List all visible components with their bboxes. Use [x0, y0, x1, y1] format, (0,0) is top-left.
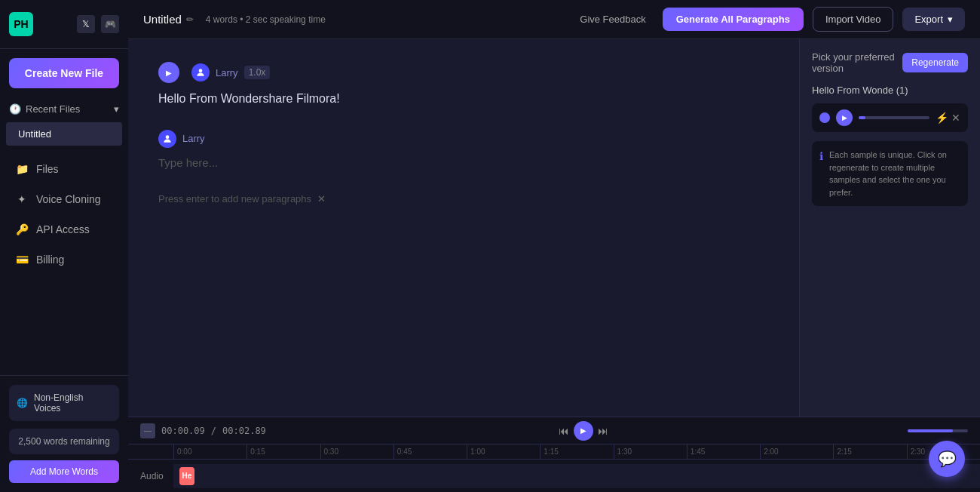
paragraph-meta-0: ▶ Larry 1.0x [158, 62, 769, 83]
audio-clip[interactable]: He [179, 467, 194, 485]
add-text-placeholder[interactable]: Type here... [158, 151, 769, 175]
sidebar-item-api-access[interactable]: 🔑 API Access [5, 215, 124, 244]
file-title-area: Untitled ✏ [143, 13, 194, 26]
export-button[interactable]: Export ▾ [902, 8, 965, 31]
ruler-mark: 2:00 [760, 444, 833, 460]
create-new-button[interactable]: Create New File [9, 58, 119, 88]
app-logo: PH [9, 12, 33, 36]
playback-nav-buttons: ⏮ ▶ ⏭ [559, 421, 608, 441]
paragraph-text-0[interactable]: Hello From Wondershare Filmora! [158, 86, 769, 112]
export-chevron-icon: ▾ [948, 14, 953, 25]
folder-icon: 📁 [15, 162, 29, 176]
volume-fill [908, 429, 953, 432]
version-label: Hello From Wonde (1) [812, 85, 968, 96]
radio-select[interactable] [819, 112, 830, 123]
key-icon: 🔑 [15, 223, 29, 236]
sidebar: PH 𝕏 🎮 Create New File 🕐 Recent Files ▾ … [0, 0, 128, 492]
chat-button[interactable]: 💬 [929, 441, 965, 477]
mini-progress-bar[interactable] [859, 116, 929, 119]
billing-label: Billing [36, 254, 64, 266]
sidebar-item-billing[interactable]: 💳 Billing [5, 245, 124, 274]
ruler-mark: 0:30 [320, 444, 394, 460]
discord-icon[interactable]: 🎮 [101, 15, 119, 33]
social-icons: 𝕏 🎮 [77, 15, 119, 33]
total-time: 00:02.89 [222, 426, 266, 436]
chevron-down-icon: ▾ [114, 103, 119, 115]
regen-panel-header: Pick your preferred version Regenerate [812, 51, 968, 74]
press-enter-text: Press enter to add new paragraphs [158, 193, 311, 204]
paragraph-block-0: ▶ Larry 1.0x Hello From Wondershare Film… [158, 62, 769, 112]
recent-file-item[interactable]: Untitled [6, 122, 122, 146]
close-version-icon[interactable]: ✕ [951, 112, 960, 124]
ruler-mark: 1:45 [687, 444, 760, 460]
generate-all-paragraphs-button[interactable]: Generate All Paragraphs [663, 8, 804, 31]
sidebar-bottom: 🌐 Non-English Voices 2,500 words remaini… [0, 375, 128, 492]
pick-version-label: Pick your preferred version [812, 51, 902, 74]
paragraph-meta-1: Larry [158, 130, 769, 148]
clock-icon: 🕐 [9, 103, 21, 115]
press-enter-hint: Press enter to add new paragraphs ✕ [158, 193, 769, 204]
non-english-label: Non-English Voices [34, 392, 112, 414]
edit-title-icon[interactable]: ✏ [186, 14, 194, 25]
editor-area: ▶ Larry 1.0x Hello From Wondershare Film… [128, 39, 980, 417]
regenerate-button[interactable]: Regenerate [902, 53, 968, 72]
ruler-mark: 1:00 [467, 444, 540, 460]
regenerate-panel: Pick your preferred version Regenerate H… [799, 39, 980, 417]
track-body[interactable]: He [173, 464, 980, 488]
volume-bar[interactable] [908, 429, 968, 432]
main-content: Untitled ✏ 4 words • 2 sec speaking time… [128, 0, 980, 492]
sidebar-item-files[interactable]: 📁 Files [5, 155, 124, 183]
logo-area: PH 𝕏 🎮 [0, 0, 128, 49]
skip-forward-button[interactable]: ⏭ [598, 421, 608, 441]
recent-files-label: Recent Files [26, 103, 80, 115]
topbar: Untitled ✏ 4 words • 2 sec speaking time… [128, 0, 980, 39]
ruler-mark: 0:45 [394, 444, 467, 460]
close-hint-icon[interactable]: ✕ [317, 193, 326, 204]
play-pause-button[interactable]: ▶ [574, 421, 593, 441]
current-time: 00:00.09 [161, 426, 205, 436]
mute-button[interactable]: — [140, 423, 155, 438]
voice-cloning-label: Voice Cloning [36, 193, 101, 205]
paragraph-block-1: Larry Type here... [158, 130, 769, 175]
non-english-icon: 🌐 [17, 398, 28, 408]
time-separator: / [211, 426, 216, 436]
timeline-ruler: 0:000:150:300:451:001:151:301:452:002:15… [128, 444, 980, 460]
sidebar-item-voice-cloning[interactable]: ✦ Voice Cloning [5, 185, 124, 214]
give-feedback-button[interactable]: Give Feedback [572, 9, 653, 29]
paragraph-play-button-0[interactable]: ▶ [158, 62, 179, 83]
voice-name-1[interactable]: Larry [182, 133, 205, 144]
voice-name-0[interactable]: Larry [216, 67, 238, 78]
twitter-icon[interactable]: 𝕏 [77, 15, 95, 33]
ruler-mark: 1:30 [614, 444, 687, 460]
track-label: Audio [128, 471, 173, 481]
add-more-words-button[interactable]: Add More Words [9, 460, 119, 483]
nav-items: 📁 Files ✦ Voice Cloning 🔑 API Access 💳 B… [0, 153, 128, 375]
ruler-mark: 1:15 [540, 444, 613, 460]
audio-player-row: ▶ ⚡ ✕ [812, 103, 968, 132]
ruler-marks: 0:000:150:300:451:001:151:301:452:002:15… [173, 444, 980, 460]
text-editor[interactable]: ▶ Larry 1.0x Hello From Wondershare Film… [128, 39, 799, 417]
api-access-label: API Access [36, 223, 90, 235]
mini-progress-fill [859, 116, 865, 119]
ruler-mark: 2:15 [833, 444, 906, 460]
info-text: Each sample is unique. Click on regenera… [829, 149, 960, 198]
timeline: — 00:00.09 / 00:02.89 ⏮ ▶ ⏭ 0:000:150:30… [128, 417, 980, 492]
svg-point-0 [199, 69, 203, 72]
import-video-button[interactable]: Import Video [813, 7, 893, 32]
files-label: Files [36, 163, 59, 175]
timeline-controls: — 00:00.09 / 00:02.89 ⏮ ▶ ⏭ [128, 417, 980, 444]
timeline-tracks: Audio He [128, 460, 980, 492]
speed-icon[interactable]: ⚡ [936, 112, 948, 124]
billing-icon: 💳 [15, 253, 29, 266]
words-remaining: 2,500 words remaining [9, 429, 119, 454]
recent-files-header[interactable]: 🕐 Recent Files ▾ [0, 97, 128, 121]
non-english-voices[interactable]: 🌐 Non-English Voices [9, 385, 119, 421]
skip-back-button[interactable]: ⏮ [559, 421, 569, 441]
topbar-actions: Give Feedback Generate All Paragraphs Im… [572, 7, 965, 32]
svg-point-1 [166, 135, 170, 139]
volume-control [908, 429, 968, 432]
ruler-mark: 0:15 [247, 444, 320, 460]
speed-badge-0[interactable]: 1.0x [244, 66, 271, 79]
mini-play-button[interactable]: ▶ [836, 109, 853, 126]
file-meta: 4 words • 2 sec speaking time [206, 14, 326, 25]
